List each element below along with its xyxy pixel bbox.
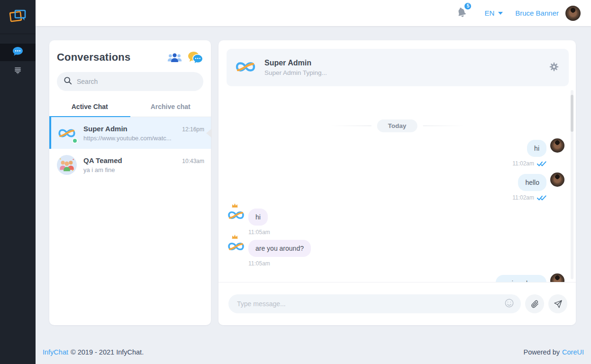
sender-avatar [550, 273, 564, 282]
bell-icon [456, 12, 467, 20]
composer [218, 282, 576, 325]
footer-coreui-link[interactable]: CoreUI [562, 348, 584, 356]
search-input[interactable] [77, 78, 197, 85]
footer-copyright: © 2019 - 2021 InfyChat. [71, 348, 144, 356]
search-icon [64, 76, 72, 87]
conversation-name: Super Admin [83, 125, 127, 133]
header: 5 EN Bruce Banner [36, 0, 591, 26]
messages-scrollbar[interactable] [571, 90, 573, 279]
message-bubble: ya i am here [496, 275, 546, 282]
emoji-button[interactable] [504, 298, 514, 310]
chat-panel: Super Admin Super Admin Typing... Today [218, 40, 576, 325]
message-bubble: hi [248, 209, 268, 226]
footer-powered-by: Powered by [523, 348, 560, 356]
message-bubble: hello [518, 174, 546, 191]
conversations-header: Conversations [49, 40, 211, 65]
notification-badge: 5 [464, 2, 472, 10]
scrollbar-thumb[interactable] [571, 95, 573, 132]
new-chat-icon [188, 51, 203, 64]
conversation-tabs: Active Chat Archive chat [49, 101, 211, 117]
sender-avatar [550, 138, 564, 153]
message-input[interactable] [237, 300, 504, 308]
header-actions: 5 EN Bruce Banner [456, 6, 581, 21]
language-selector[interactable]: EN [484, 9, 503, 17]
conversation-item-qa-teamed[interactable]: QA Teamed 10:43am ya i am fine [49, 149, 211, 181]
chevron-down-icon [498, 12, 503, 15]
send-button[interactable] [548, 294, 567, 313]
message-time: 11:05am [248, 229, 270, 236]
online-status-dot [72, 138, 78, 144]
read-check-icon [537, 195, 546, 200]
chat-bubble-icon [12, 46, 23, 58]
search-box [57, 72, 203, 91]
app-root: 5 EN Bruce Banner Conversations [0, 0, 591, 364]
message-outgoing: hello 11:02am [512, 173, 564, 201]
message-time: 11:02am [512, 194, 534, 201]
sender-avatar [550, 173, 564, 187]
infychat-logo-icon [9, 8, 27, 26]
sender-avatar [227, 206, 245, 225]
message-outgoing-partial: ya i am here [496, 273, 564, 282]
crown-icon [231, 201, 238, 210]
smiley-icon [504, 298, 514, 308]
message-time: 11:02am [512, 160, 534, 167]
day-divider: Today [330, 119, 465, 132]
footer: InfyChat © 2019 - 2021 InfyChat. Powered… [43, 348, 584, 356]
group-avatar [57, 168, 77, 176]
language-label: EN [484, 9, 494, 17]
new-chat-button[interactable] [188, 51, 203, 64]
sidebar-item-archived-chats[interactable] [0, 63, 36, 80]
tab-archive-chat[interactable]: Archive chat [130, 101, 211, 117]
sidebar-item-chats[interactable] [0, 44, 36, 61]
crown-icon [231, 233, 238, 241]
message-input-wrap [228, 294, 521, 313]
divider-line [330, 126, 372, 126]
divider-line [423, 126, 464, 126]
read-check-icon [537, 161, 546, 166]
conversation-preview: https://www.youtube.com/watc... [83, 135, 183, 142]
message-bubble: hi [527, 140, 546, 157]
users-group-icon [167, 52, 182, 64]
user-menu-link[interactable]: Bruce Banner [515, 9, 559, 17]
conversation-time: 10:43am [182, 158, 204, 164]
message-incoming: are you around? 11:05am [227, 237, 311, 267]
paperclip-icon [530, 300, 539, 309]
message-list: Today hi 11:02am hello [218, 86, 576, 282]
message-time: 11:05am [248, 260, 270, 267]
day-divider-label: Today [377, 119, 418, 132]
footer-brand-link[interactable]: InfyChat [43, 348, 68, 356]
archived-chats-icon [14, 66, 22, 76]
conversations-title: Conversations [57, 51, 130, 64]
sidebar-nav [0, 34, 36, 80]
conversation-list: Super Admin 12:16pm https://www.youtube.… [49, 117, 211, 181]
conversation-preview: ya i am fine [83, 166, 183, 173]
conversations-panel: Conversations [49, 40, 211, 325]
chat-settings-button[interactable] [549, 62, 559, 74]
notifications-button[interactable]: 5 [456, 6, 467, 20]
new-group-button[interactable] [167, 52, 182, 64]
app-logo[interactable] [0, 0, 36, 34]
conversation-item-super-admin[interactable]: Super Admin 12:16pm https://www.youtube.… [49, 117, 211, 149]
sender-avatar [227, 237, 245, 256]
tab-active-chat[interactable]: Active Chat [49, 101, 130, 117]
infinity-avatar [234, 55, 257, 80]
conversation-name: QA Teamed [83, 156, 122, 164]
message-outgoing: hi 11:02am [512, 138, 564, 167]
message-incoming: hi 11:05am [227, 206, 270, 236]
sidebar [0, 0, 36, 364]
chat-header: Super Admin Super Admin Typing... [227, 49, 569, 86]
gear-icon [549, 62, 559, 72]
send-icon [554, 300, 563, 309]
attach-button[interactable] [525, 294, 544, 313]
user-avatar[interactable] [565, 6, 581, 21]
chat-title: Super Admin [264, 59, 549, 67]
chat-typing-status: Super Admin Typing... [264, 69, 549, 76]
conversation-time: 12:16pm [182, 126, 204, 133]
message-bubble: are you around? [248, 240, 311, 257]
